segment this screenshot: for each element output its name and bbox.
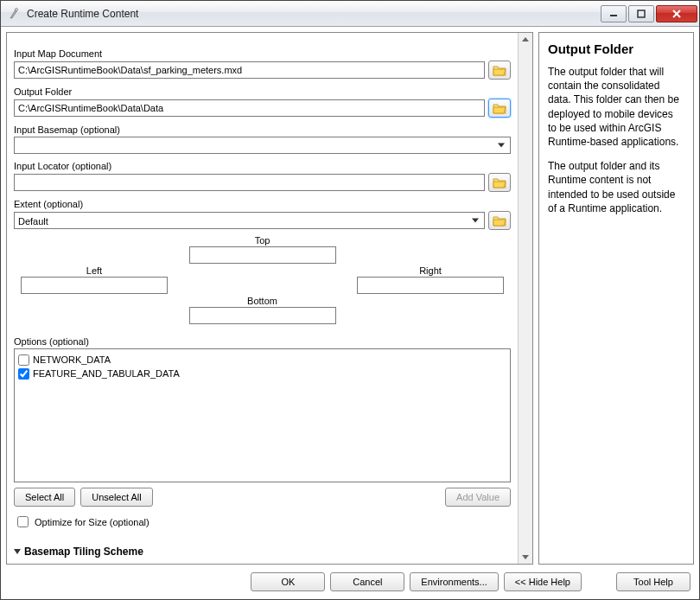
- input-locator-browse-button[interactable]: [488, 173, 511, 192]
- option-network-data[interactable]: NETWORK_DATA: [18, 353, 506, 367]
- extent-top-field[interactable]: [189, 246, 336, 264]
- input-basemap-label: Input Basemap (optional): [14, 124, 511, 135]
- output-folder-browse-button[interactable]: [488, 99, 511, 118]
- extent-left-field[interactable]: [21, 277, 168, 294]
- help-pane: Output Folder The output folder that wil…: [538, 32, 694, 565]
- help-title: Output Folder: [548, 41, 684, 56]
- app-icon: [8, 7, 22, 21]
- output-folder-field[interactable]: [14, 99, 485, 117]
- select-all-button[interactable]: Select All: [14, 488, 75, 507]
- window-title: Create Runtime Content: [27, 8, 599, 20]
- input-locator-field[interactable]: [14, 174, 485, 191]
- optimize-size-checkbox[interactable]: [17, 516, 29, 527]
- input-basemap-select[interactable]: [14, 137, 511, 154]
- input-map-label: Input Map Document: [14, 48, 511, 59]
- input-map-browse-button[interactable]: [488, 61, 511, 80]
- environments-button[interactable]: Environments...: [410, 572, 498, 591]
- extent-grid: Top Left Right: [14, 230, 511, 329]
- ok-button[interactable]: OK: [251, 572, 325, 591]
- option-label: NETWORK_DATA: [33, 354, 111, 365]
- extent-label: Extent (optional): [14, 199, 511, 209]
- option-feature-tabular-data[interactable]: FEATURE_AND_TABULAR_DATA: [18, 367, 506, 380]
- option-network-data-checkbox[interactable]: [18, 354, 29, 366]
- bottom-button-bar: OK Cancel Environments... << Hide Help T…: [6, 565, 694, 594]
- titlebar: Create Runtime Content: [1, 1, 699, 27]
- option-label: FEATURE_AND_TABULAR_DATA: [33, 368, 180, 379]
- extent-right-label: Right: [357, 265, 504, 276]
- extent-right-field[interactable]: [357, 277, 504, 294]
- unselect-all-button[interactable]: Unselect All: [80, 488, 152, 507]
- optimize-size-label: Optimize for Size (optional): [35, 517, 150, 527]
- extent-bottom-field[interactable]: [189, 307, 336, 324]
- basemap-scheme-label: Basemap Tiling Scheme: [24, 546, 143, 558]
- add-value-button[interactable]: Add Value: [445, 488, 511, 507]
- extent-bottom-label: Bottom: [189, 296, 336, 306]
- vertical-scrollbar[interactable]: [518, 33, 532, 564]
- options-listbox[interactable]: NETWORK_DATA FEATURE_AND_TABULAR_DATA: [14, 348, 511, 482]
- help-paragraph: The output folder that will contain the …: [548, 65, 684, 149]
- extent-select[interactable]: Default: [14, 212, 485, 229]
- extent-browse-button[interactable]: [488, 211, 511, 230]
- extent-top-label: Top: [189, 235, 336, 246]
- cancel-button[interactable]: Cancel: [330, 572, 404, 591]
- chevron-down-icon: [14, 549, 21, 554]
- maximize-button[interactable]: [628, 5, 654, 22]
- extent-left-label: Left: [21, 265, 168, 276]
- tool-help-button[interactable]: Tool Help: [616, 572, 690, 591]
- options-label: Options (optional): [14, 336, 511, 347]
- form-pane: Input Map Document Output Folder Input B…: [6, 32, 533, 565]
- output-folder-label: Output Folder: [14, 86, 511, 97]
- option-feature-tabular-data-checkbox[interactable]: [18, 368, 29, 380]
- hide-help-button[interactable]: << Hide Help: [504, 572, 582, 591]
- input-map-field[interactable]: [14, 61, 485, 79]
- input-locator-label: Input Locator (optional): [14, 161, 511, 171]
- basemap-tiling-scheme-header[interactable]: Basemap Tiling Scheme: [14, 546, 511, 558]
- minimize-button[interactable]: [601, 5, 627, 22]
- close-button[interactable]: [656, 5, 697, 22]
- help-paragraph: The output folder and its Runtime conten…: [548, 159, 684, 215]
- svg-rect-1: [638, 10, 645, 17]
